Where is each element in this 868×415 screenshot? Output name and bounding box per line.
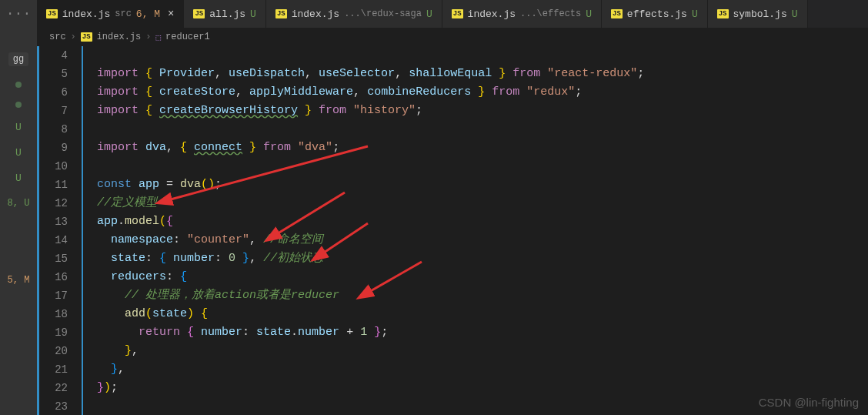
code-editor[interactable]: 4 5 6 7 8 9 10 11 12 13 14 15 16 17 18 1… [37, 46, 868, 415]
status-untracked: U [15, 172, 22, 184]
js-file-icon: JS [46, 9, 58, 18]
code-line: const app = dva(); [97, 176, 644, 194]
activity-bar: ··· gg U U U 8, U 5, M [0, 0, 37, 415]
breadcrumb[interactable]: src › JS index.js › ⬚ reducer1 [37, 28, 868, 46]
code-line: //定义模型 [97, 194, 644, 213]
js-file-icon: JS [193, 9, 205, 18]
tab-index-effects[interactable]: JS index.js ...\effects U [442, 0, 602, 28]
status-modified: 5, M [8, 275, 30, 286]
status-untracked: U [15, 147, 22, 159]
breadcrumb-seg: src [49, 32, 66, 42]
watermark: CSDN @lin-fighting [759, 396, 859, 409]
code-line: return { number: state.number + 1 }; [97, 323, 644, 342]
code-line: }, [97, 342, 644, 360]
status-untracked: U [15, 122, 22, 133]
js-file-icon: JS [275, 9, 287, 18]
chevron-right-icon: › [145, 32, 151, 42]
ellipsis-icon[interactable]: ··· [6, 6, 31, 22]
tab-effects[interactable]: JS effects.js U [602, 0, 708, 28]
close-icon[interactable]: × [168, 8, 174, 20]
code-line: reducers: { [97, 268, 644, 286]
tab-index-reduxsaga[interactable]: JS index.js ...\redux-saga U [266, 0, 442, 28]
status-count: 8, U [8, 198, 30, 209]
code-line: }, [97, 360, 644, 379]
code-line: app.model({ [97, 213, 644, 231]
git-marker: gg [8, 52, 28, 66]
code-line: add(state) { [97, 305, 644, 323]
js-file-icon: JS [611, 9, 623, 18]
line-gutter: 4 5 6 7 8 9 10 11 12 13 14 15 16 17 18 1… [37, 46, 83, 415]
tab-all[interactable]: JS all.js U [184, 0, 265, 28]
js-file-icon: JS [717, 9, 729, 18]
code-line: namespace: "counter", //命名空间 [97, 231, 644, 249]
code-line [97, 397, 644, 415]
symbol-icon: ⬚ [155, 32, 161, 42]
tab-index-src[interactable]: JS index.js src 6, M × [37, 0, 184, 28]
code-line: import dva, { connect } from "dva"; [97, 139, 644, 157]
js-file-icon: JS [81, 32, 92, 42]
code-content[interactable]: import { Provider, useDispatch, useSelec… [83, 46, 644, 415]
code-line [97, 46, 644, 65]
code-line: state: { number: 0 }, //初始状态 [97, 249, 644, 268]
status-dot-icon [15, 102, 22, 108]
code-line [97, 120, 644, 139]
git-status-column: U U U 8, U 5, M [8, 82, 30, 286]
code-line: }); [97, 379, 644, 397]
breadcrumb-seg: index.js [97, 32, 142, 42]
tab-bar: JS index.js src 6, M × JS all.js U JS in… [37, 0, 868, 28]
code-line: // 处理器，放着action或者是reducer [97, 286, 644, 305]
breadcrumb-seg: reducer1 [165, 32, 210, 42]
code-line: import { createBrowserHistory } from "hi… [97, 102, 644, 120]
code-line: import { Provider, useDispatch, useSelec… [97, 65, 644, 83]
code-line [97, 157, 644, 176]
status-dot-icon [15, 82, 22, 88]
js-file-icon: JS [452, 9, 463, 18]
chevron-right-icon: › [71, 32, 76, 42]
code-line: import { createStore, applyMiddleware, c… [97, 83, 644, 102]
tab-symbol[interactable]: JS symbol.js U [708, 0, 808, 28]
